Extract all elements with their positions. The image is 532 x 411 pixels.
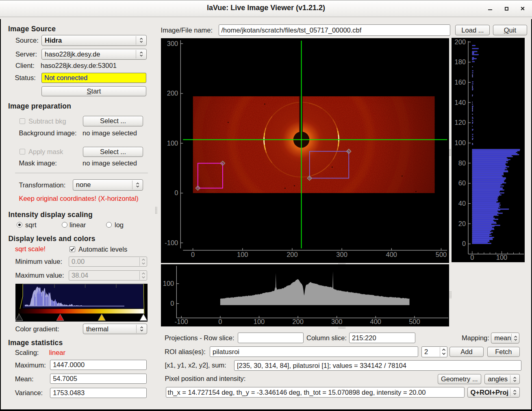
svg-text:100: 100: [253, 317, 265, 325]
svg-text:400: 400: [370, 317, 381, 325]
svg-text:140: 140: [454, 99, 466, 106]
svg-text:0: 0: [218, 317, 222, 325]
svg-text:300: 300: [167, 40, 178, 47]
svg-text:0: 0: [462, 240, 466, 248]
svg-text:500: 500: [435, 251, 447, 258]
svg-text:100: 100: [163, 280, 174, 287]
svg-text:200: 200: [292, 317, 304, 325]
svg-text:120: 120: [454, 119, 466, 126]
svg-text:40: 40: [458, 200, 465, 207]
svg-text:200: 200: [454, 38, 466, 46]
svg-text:200: 200: [287, 251, 298, 258]
svg-text:100: 100: [454, 139, 466, 146]
svg-text:160: 160: [454, 78, 466, 86]
svg-text:300: 300: [331, 317, 343, 325]
svg-text:300: 300: [336, 251, 347, 258]
svg-text:400: 400: [386, 251, 397, 258]
svg-text:0: 0: [191, 251, 195, 258]
svg-text:100: 100: [496, 254, 507, 261]
svg-text:20: 20: [458, 220, 465, 227]
svg-text:200: 200: [167, 89, 178, 97]
svg-text:80: 80: [458, 159, 465, 167]
svg-text:500: 500: [409, 317, 420, 325]
svg-text:0: 0: [470, 254, 474, 261]
svg-text:60: 60: [458, 180, 465, 187]
svg-text:-100: -100: [174, 317, 188, 325]
svg-text:-100: -100: [165, 239, 178, 246]
svg-text:100: 100: [167, 139, 178, 147]
svg-text:180: 180: [454, 59, 466, 66]
svg-text:0: 0: [174, 189, 178, 196]
svg-text:100: 100: [237, 251, 248, 258]
svg-text:0: 0: [170, 300, 174, 307]
